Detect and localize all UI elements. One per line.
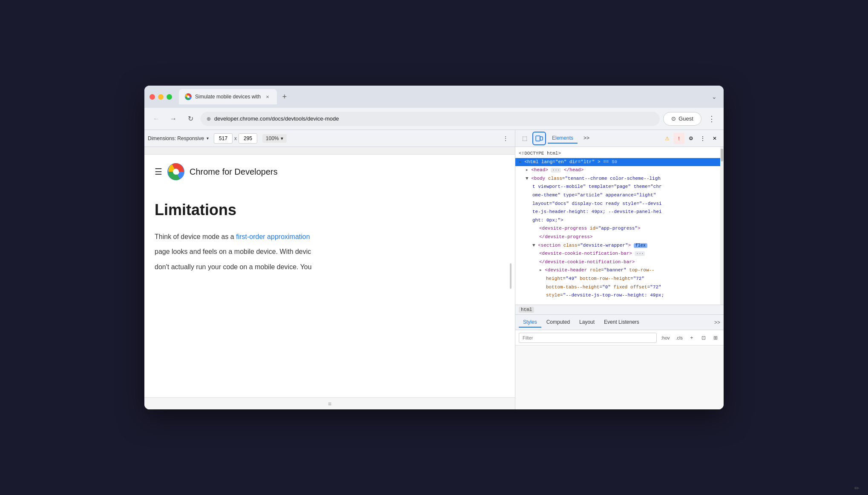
site-header: ☰ Chrome for Developers <box>155 163 505 187</box>
add-style-rule-button[interactable]: + <box>687 333 696 342</box>
zoom-label: 100% <box>266 135 279 141</box>
address-text: developer.chrome.com/docs/devtools/devic… <box>214 115 654 122</box>
tab-more[interactable]: >> <box>579 133 594 144</box>
dom-tree-scroll-thumb[interactable] <box>721 149 723 161</box>
dom-body-class-4: layout="docs" display-toc ready style="-… <box>515 200 724 208</box>
page-heading: Limitations <box>155 201 505 219</box>
settings-icon[interactable]: ⚙ <box>685 133 696 144</box>
main-area: Dimensions: Responsive ▾ x 100% ▾ ⋮ <box>144 130 724 409</box>
html-breadcrumb: html <box>515 305 724 315</box>
dom-html-element[interactable]: ▸ <html lang="en" dir="ltr" > == $0 <box>515 158 724 167</box>
devtools-panel: ⬚ Elements >> ⚠ ! ⚙ ⋮ ✕ <box>515 130 724 409</box>
devtools-header: ⬚ Elements >> ⚠ ! ⚙ ⋮ ✕ <box>515 130 724 147</box>
dom-devsite-header[interactable]: ▸ <devsite-header role="banner" top-row-… <box>515 266 724 275</box>
minimize-button[interactable] <box>158 94 164 100</box>
dom-body-class-3: ome-theme" type="article" appearance="li… <box>515 191 724 200</box>
dom-devsite-progress-close[interactable]: </devsite-progress> <box>515 233 724 242</box>
profile-button[interactable]: ⊙ Guest <box>663 112 701 126</box>
ruler-top <box>144 147 515 155</box>
inspect-element-icon[interactable]: ⬚ <box>519 132 531 144</box>
warning-icon[interactable]: ⚠ <box>661 133 673 144</box>
tab-area: Simulate mobile devices with ✕ + <box>179 89 707 104</box>
chrome-logo-icon <box>167 163 184 180</box>
traffic-lights <box>149 94 172 100</box>
dom-cookie-bar[interactable]: <devsite-cookie-notification-bar> ··· <box>515 250 724 258</box>
hamburger-menu-icon[interactable]: ☰ <box>155 167 162 177</box>
dom-doctype[interactable]: <!DOCTYPE html> <box>515 150 724 158</box>
chrome-favicon-icon <box>185 93 192 100</box>
forward-button[interactable]: → <box>167 112 180 126</box>
dom-body-class-5: te-js-header-height: 49px; --devsite-pan… <box>515 208 724 216</box>
svg-point-5 <box>173 169 179 175</box>
reload-button[interactable]: ↻ <box>184 112 197 126</box>
browser-window: Simulate mobile devices with ✕ + ⌄ ← → ↻… <box>144 86 724 409</box>
toggle-element-state-button[interactable]: ⊡ <box>699 333 708 342</box>
dom-tree: <!DOCTYPE html> ▸ <html lang="en" dir="l… <box>515 147 724 305</box>
tab-computed[interactable]: Computed <box>542 317 574 328</box>
dom-body-open[interactable]: ▼ <body class="tenant--chrome color-sche… <box>515 175 724 183</box>
breadcrumb-html[interactable]: html <box>519 307 534 313</box>
site-title: Chrome for Developers <box>190 167 278 177</box>
drag-handle-icon[interactable]: ≡ <box>328 400 331 407</box>
devtools-panel-icons: ⚠ ! ⚙ ⋮ ✕ <box>661 133 720 144</box>
hover-filter-button[interactable]: :hov <box>659 334 672 341</box>
page-paragraph-1: Think of device mode as a first-order ap… <box>155 231 505 242</box>
maximize-button[interactable] <box>167 94 172 100</box>
close-button[interactable] <box>149 94 155 100</box>
device-toolbar: Dimensions: Responsive ▾ x 100% ▾ ⋮ <box>144 130 515 147</box>
profile-icon: ⊙ <box>671 115 676 122</box>
dom-body-class-2: t viewport--mobile" template="page" them… <box>515 183 724 191</box>
devtools-close-icon[interactable]: ✕ <box>709 133 720 144</box>
dimensions-dropdown-icon[interactable]: ▾ <box>207 136 209 141</box>
dom-header-attr-1: height="49" bottom-row--height="72" <box>515 275 724 283</box>
tab-list-chevron-icon[interactable]: ⌄ <box>710 92 719 102</box>
devtools-more-icon[interactable]: ⋮ <box>697 133 708 144</box>
styles-filter-bar: :hov .cls + ⊡ ⊞ <box>515 330 724 345</box>
dom-cookie-bar-close[interactable]: </devsite-cookie-notification-bar> <box>515 258 724 267</box>
new-tab-button[interactable]: + <box>279 91 290 103</box>
first-order-approximation-link[interactable]: first-order approximation <box>236 233 310 240</box>
dom-body-class-6: ght: 0px;"> <box>515 216 724 225</box>
dimensions-control: Dimensions: Responsive ▾ <box>148 135 209 141</box>
profile-label: Guest <box>678 115 693 122</box>
styles-tabs: Styles Computed Layout Event Listeners >… <box>515 315 724 330</box>
page-paragraph-2: page looks and feels on a mobile device.… <box>155 246 505 257</box>
dom-head-element[interactable]: ▸ <head> ··· </head> <box>515 166 724 175</box>
tab-event-listeners[interactable]: Event Listeners <box>600 317 644 328</box>
new-style-rule-button[interactable]: ⊞ <box>711 333 720 342</box>
dom-section-wrapper[interactable]: ▼ <section class="devsite-wrapper"> flex <box>515 242 724 250</box>
styles-filter-input[interactable] <box>519 333 657 343</box>
svg-point-2 <box>187 95 190 98</box>
scrollbar[interactable] <box>510 263 512 289</box>
dom-tree-scrollbar-track <box>720 147 724 305</box>
dom-header-attr-3: style="--devsite-js-top-row--height: 49p… <box>515 291 724 300</box>
tab-styles[interactable]: Styles <box>519 317 541 328</box>
dom-devsite-progress[interactable]: <devsite-progress id="app-progress"> <box>515 224 724 233</box>
width-input[interactable] <box>214 133 233 144</box>
chrome-menu-button[interactable]: ⋮ <box>705 112 719 126</box>
device-mode-icon[interactable] <box>532 132 546 145</box>
address-bar[interactable]: ⊕ developer.chrome.com/docs/devtools/dev… <box>201 112 660 126</box>
tab-layout[interactable]: Layout <box>575 317 599 328</box>
error-icon[interactable]: ! <box>673 133 684 144</box>
back-button[interactable]: ← <box>149 112 163 126</box>
page-paragraph-3: don't actually run your code on a mobile… <box>155 261 505 273</box>
active-tab[interactable]: Simulate mobile devices with ✕ <box>179 89 277 104</box>
cls-filter-button[interactable]: .cls <box>674 334 685 341</box>
svg-rect-6 <box>536 136 540 141</box>
address-icon: ⊕ <box>207 116 211 122</box>
svg-rect-7 <box>540 137 543 140</box>
zoom-control[interactable]: 100% ▾ <box>262 134 287 143</box>
dimensions-label: Dimensions: Responsive <box>148 135 204 141</box>
height-input[interactable] <box>239 133 257 144</box>
more-options-button[interactable]: ⋮ <box>500 132 512 144</box>
title-bar: Simulate mobile devices with ✕ + ⌄ <box>144 86 724 108</box>
dimension-separator: x <box>234 135 237 141</box>
navigation-bar: ← → ↻ ⊕ developer.chrome.com/docs/devtoo… <box>144 108 724 130</box>
tab-label: Simulate mobile devices with <box>195 94 261 100</box>
bottom-bar: ≡ ✏ <box>144 397 515 409</box>
styles-more-tabs[interactable]: >> <box>714 319 720 325</box>
tab-elements[interactable]: Elements <box>548 133 578 144</box>
paragraph-1-text: Think of device mode as a <box>155 233 236 240</box>
tab-close-button[interactable]: ✕ <box>264 93 271 100</box>
